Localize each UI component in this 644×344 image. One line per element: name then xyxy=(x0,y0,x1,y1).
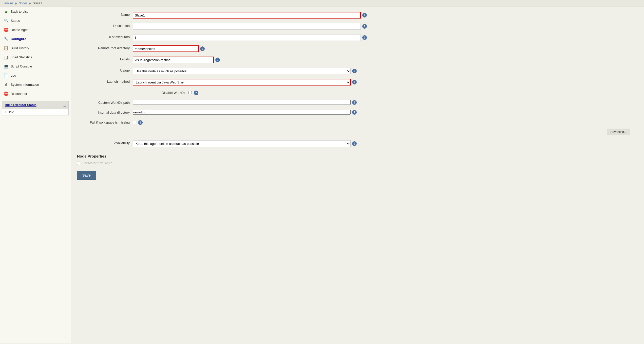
launch-method-select[interactable]: Launch agent via Java Web Start Launch a… xyxy=(133,79,351,85)
internal-data-label: Internal data directory xyxy=(77,109,133,116)
remote-root-field: ? xyxy=(133,44,638,53)
delete-icon: ⛔ xyxy=(4,27,9,32)
usage-row: Usage Use this node as much as possible … xyxy=(77,67,638,75)
sidebar-label-disconnect: Disconnect xyxy=(11,92,27,96)
sidebar-label-script-console: Script Console xyxy=(11,64,32,68)
executors-help-btn[interactable]: ? xyxy=(362,35,367,40)
collapse-executor-btn[interactable]: − xyxy=(64,103,66,107)
sidebar-label-delete-agent: Delete Agent xyxy=(11,28,29,32)
executors-input[interactable] xyxy=(133,34,361,41)
description-row: Description ? xyxy=(77,22,638,31)
fail-workspace-row: Fail if workspace is missing ? xyxy=(77,119,638,126)
name-row: Name ? xyxy=(77,11,638,20)
sidebar-label-configure: Configure xyxy=(11,37,26,41)
remote-root-row: Remote root directory ? xyxy=(77,44,638,53)
usage-select[interactable]: Use this node as much as possible Only b… xyxy=(133,68,351,74)
sidebar-label-log: Log xyxy=(11,74,16,77)
labels-field: ? xyxy=(133,56,638,64)
configure-icon: 🔧 xyxy=(4,36,9,41)
custom-workdir-label: Custom WorkDir path xyxy=(77,99,133,106)
disable-workdir-help-btn[interactable]: ? xyxy=(194,91,198,95)
description-input[interactable] xyxy=(133,23,361,30)
launch-method-help-btn[interactable]: ? xyxy=(352,80,357,84)
usage-label: Usage xyxy=(77,67,133,74)
sidebar-item-back-to-list[interactable]: ▲ Back to List xyxy=(0,7,71,16)
internal-data-help-btn[interactable]: ? xyxy=(352,110,357,115)
env-variables-checkbox[interactable] xyxy=(77,162,80,165)
internal-data-row: Internal data directory ? xyxy=(77,109,638,116)
breadcrumb-slave1: Slave1 xyxy=(33,2,42,5)
build-executor-header[interactable]: Build Executor Status − xyxy=(2,101,68,109)
fail-workspace-checkbox[interactable] xyxy=(133,121,136,124)
sidebar-item-status[interactable]: 🔍 Status xyxy=(0,16,71,25)
labels-row: Labels ? xyxy=(77,56,638,64)
availability-row: Availability Keep this agent online as m… xyxy=(77,139,638,148)
executor-row: 1 Idle xyxy=(2,109,68,115)
labels-input[interactable] xyxy=(133,57,214,63)
name-help-btn[interactable]: ? xyxy=(362,13,367,18)
description-help-btn[interactable]: ? xyxy=(362,24,367,29)
description-label: Description xyxy=(77,22,133,29)
back-arrow-icon: ▲ xyxy=(4,9,9,14)
sidebar-item-configure[interactable]: 🔧 Configure xyxy=(0,34,71,43)
build-executor-section: Build Executor Status − 1 Idle xyxy=(2,101,69,115)
save-row: Save xyxy=(77,167,638,180)
name-label: Name xyxy=(77,11,133,18)
availability-field: Keep this agent online as much as possib… xyxy=(133,139,638,148)
breadcrumb: Jenkins ▶ Nodes ▶ Slave1 xyxy=(0,0,644,7)
remote-root-help-btn[interactable]: ? xyxy=(200,46,205,51)
launch-method-label: Launch method xyxy=(77,78,133,85)
fail-workspace-label: Fail if workspace is missing xyxy=(77,119,133,126)
custom-workdir-row: Custom WorkDir path ? xyxy=(77,99,638,106)
internal-data-field: ? xyxy=(133,109,638,116)
disable-workdir-checkbox[interactable] xyxy=(188,91,192,94)
name-input[interactable] xyxy=(133,12,361,19)
custom-workdir-help-btn[interactable]: ? xyxy=(352,100,357,105)
executor-number: 1 xyxy=(5,110,7,114)
custom-workdir-input[interactable] xyxy=(133,100,351,105)
launch-method-field: Launch agent via Java Web Start Launch a… xyxy=(133,78,638,87)
sidebar-label-system-information: System Information xyxy=(11,83,39,87)
executors-row: # of executors ? xyxy=(77,33,638,42)
sidebar-item-script-console[interactable]: 💻 Script Console xyxy=(0,62,71,71)
env-variables-row: Environment variables xyxy=(77,160,638,167)
load-stats-icon: 📊 xyxy=(4,55,9,60)
availability-select[interactable]: Keep this agent online as much as possib… xyxy=(133,140,351,147)
sidebar-item-system-information[interactable]: 🖥 System Information xyxy=(0,80,71,89)
breadcrumb-jenkins[interactable]: Jenkins xyxy=(3,2,13,5)
build-executor-title: Build Executor Status xyxy=(5,103,36,107)
remote-root-input[interactable] xyxy=(133,45,199,52)
launch-method-row: Launch method Launch agent via Java Web … xyxy=(77,78,638,87)
env-variables-label: Environment variables xyxy=(82,161,112,165)
sidebar-label-back-to-list: Back to List xyxy=(11,10,28,13)
description-field: ? xyxy=(133,22,638,31)
main-content: Name ? Description ? # of executors xyxy=(71,7,644,343)
disconnect-icon: ⛔ xyxy=(4,91,9,96)
build-history-icon: 📋 xyxy=(4,45,9,50)
advanced-button[interactable]: Advanced... xyxy=(607,129,630,135)
breadcrumb-nodes[interactable]: Nodes xyxy=(19,2,28,5)
sidebar: ▲ Back to List 🔍 Status ⛔ Delete Agent 🔧… xyxy=(0,7,71,343)
executor-status: Idle xyxy=(9,110,14,114)
sidebar-item-build-history[interactable]: 📋 Build History xyxy=(0,43,71,53)
labels-label: Labels xyxy=(77,56,133,63)
save-button[interactable]: Save xyxy=(77,171,96,180)
script-console-icon: 💻 xyxy=(4,64,9,69)
node-properties-title: Node Properties xyxy=(77,150,638,160)
availability-help-btn[interactable]: ? xyxy=(352,141,357,146)
labels-help-btn[interactable]: ? xyxy=(215,58,220,62)
name-field: ? xyxy=(133,11,638,20)
availability-label: Availability xyxy=(77,139,133,147)
sidebar-label-build-history: Build History xyxy=(11,46,29,50)
executors-label: # of executors xyxy=(77,33,133,41)
usage-help-btn[interactable]: ? xyxy=(352,69,357,73)
sidebar-item-disconnect[interactable]: ⛔ Disconnect xyxy=(0,89,71,98)
sidebar-item-log[interactable]: 📄 Log xyxy=(0,71,71,80)
disable-workdir-field: ? xyxy=(188,90,638,96)
sidebar-item-delete-agent[interactable]: ⛔ Delete Agent xyxy=(0,25,71,34)
sidebar-item-load-statistics[interactable]: 📊 Load Statistics xyxy=(0,53,71,62)
advanced-row: Advanced... xyxy=(77,129,638,135)
fail-workspace-help-btn[interactable]: ? xyxy=(138,120,143,125)
internal-data-input[interactable] xyxy=(133,110,351,115)
disable-workdir-row: Disable WorkDir ? xyxy=(77,89,638,96)
